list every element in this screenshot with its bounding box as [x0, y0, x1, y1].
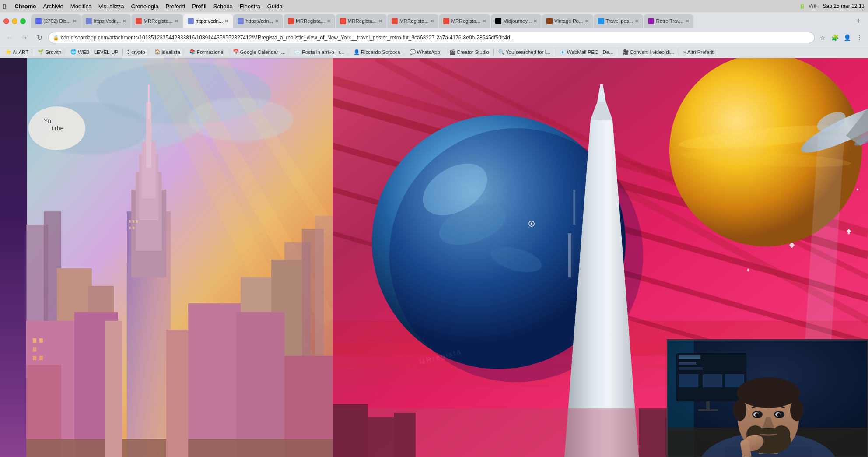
tab-close-mrregista3[interactable]: ✕	[175, 18, 178, 24]
menu-archivio[interactable]: Archivio	[43, 3, 63, 10]
menu-modifica[interactable]: Modifica	[70, 3, 91, 10]
menu-finestra[interactable]: Finestra	[240, 3, 260, 10]
bookmark-whatsapp[interactable]: 💬 WhatsApp	[407, 48, 443, 56]
tab-close-mrregista6[interactable]: ✕	[327, 18, 331, 24]
bookmark-ai-art-label: AI ART	[13, 49, 28, 55]
svg-rect-95	[639, 408, 669, 457]
minimize-window-button[interactable]	[12, 18, 18, 24]
tab-midjourney[interactable]: Midjourney... ✕	[491, 14, 542, 28]
bookmark-altri[interactable]: » Altri Preferiti	[681, 49, 718, 56]
tab-close-retro[interactable]: ✕	[685, 18, 689, 24]
apple-menu[interactable]: 	[4, 3, 6, 10]
bookmark-creator-studio[interactable]: 🎬 Creator Studio	[447, 48, 492, 56]
extension-puzzle-button[interactable]: 🧩	[830, 32, 840, 43]
bookmark-altri-label: » Altri Preferiti	[683, 49, 715, 55]
forward-button[interactable]: →	[18, 32, 31, 44]
tab-cdn4-active[interactable]: https://cdn... ✕	[183, 14, 233, 28]
profile-button[interactable]: 👤	[842, 32, 852, 43]
menu-scheda[interactable]: Scheda	[214, 3, 233, 10]
tab-mrregista6[interactable]: MRRegista... ✕	[284, 14, 335, 28]
macos-menu-bar:  Chrome Archivio Modifica Visualizza Cr…	[0, 0, 868, 12]
tab-vintage[interactable]: Vintage Po... ✕	[542, 14, 593, 28]
bookmark-posta[interactable]: ✉️ Posta in arrivo - r...	[292, 48, 347, 56]
bookmark-separator-9	[405, 49, 405, 56]
back-button[interactable]: ←	[4, 32, 16, 44]
bookmark-riccardo[interactable]: 👤 Riccardo Scrocca	[351, 48, 403, 56]
bookmark-creator-label: Creator Studio	[457, 49, 489, 55]
menu-preferiti[interactable]: Preferiti	[165, 3, 185, 10]
close-window-button[interactable]	[4, 18, 9, 24]
menu-visualizza[interactable]: Visualizza	[98, 3, 124, 10]
bookmark-separator-13	[618, 49, 618, 56]
tab-cdn5[interactable]: https://cdn... ✕	[233, 14, 283, 28]
bookmark-web-levelup[interactable]: 🌐 WEB - LEVEL-UP	[68, 48, 121, 56]
tab-cdn2[interactable]: https://cdn... ✕	[81, 14, 131, 28]
svg-rect-24	[148, 84, 150, 120]
tab-close-cdn2[interactable]: ✕	[122, 18, 126, 24]
bookmark-searched[interactable]: 🔍 You searched for l...	[496, 48, 553, 56]
svg-point-77	[531, 223, 532, 225]
bookmark-separator-10	[444, 49, 445, 56]
tab-favicon-mrregista8	[392, 18, 398, 24]
bookmark-separator-5	[185, 49, 185, 56]
menu-cronologia[interactable]: Cronologia	[131, 3, 159, 10]
tab-close-mrregista7[interactable]: ✕	[378, 18, 382, 24]
svg-rect-32	[188, 303, 241, 457]
tab-favicon-cdn2	[86, 18, 92, 24]
svg-text:tirbe: tirbe	[52, 125, 63, 132]
tab-discord[interactable]: (2762) Dis... ✕	[31, 14, 81, 28]
bookmark-formazione[interactable]: 📚 Formazione	[187, 48, 226, 56]
app-name[interactable]: Chrome	[14, 3, 36, 10]
bookmark-ai-art[interactable]: ⭐ AI ART	[3, 48, 31, 56]
svg-rect-85	[573, 190, 575, 225]
wifi-icon: WiFi	[809, 3, 819, 9]
menu-dots-button[interactable]: ⋮	[854, 32, 864, 43]
tab-mrregista3[interactable]: MRRegista... ✕	[131, 14, 182, 28]
tab-label-midjourney: Midjourney...	[503, 18, 532, 24]
bookmark-star-button[interactable]: ☆	[817, 32, 828, 43]
bookmark-separator-3	[122, 49, 123, 56]
menu-guida[interactable]: Guida	[267, 3, 283, 10]
maximize-window-button[interactable]	[20, 18, 26, 24]
refresh-button[interactable]: ↻	[33, 32, 46, 44]
tab-close-vintage[interactable]: ✕	[585, 18, 589, 24]
svg-rect-37	[33, 338, 36, 343]
tab-close-cdn5[interactable]: ✕	[275, 18, 279, 24]
address-bar[interactable]: 🔒 cdn.discordapp.com/attachments/1013512…	[48, 32, 815, 43]
bookmark-webmail[interactable]: 📧 WebMail PEC - De...	[557, 48, 616, 56]
url-text: cdn.discordapp.com/attachments/101351233…	[61, 35, 810, 41]
svg-text:Yn: Yn	[44, 117, 51, 124]
clock: Sab 25 mar 12:13	[823, 3, 864, 9]
tab-close-midjourney[interactable]: ✕	[533, 18, 537, 24]
tab-close-mrregista8[interactable]: ✕	[430, 18, 434, 24]
tab-mrregista8[interactable]: MRRegista... ✕	[387, 14, 438, 28]
tab-mrregista9[interactable]: MRRegista... ✕	[439, 14, 490, 28]
bookmark-growth[interactable]: 🌱 Growth	[35, 48, 64, 56]
bookmark-converti[interactable]: 🎥 Converti i video di...	[620, 48, 677, 56]
svg-rect-84	[568, 233, 571, 277]
bookmark-idealista[interactable]: 🏠 idealista	[152, 48, 183, 56]
right-image-panel: cdn.com MRregista	[332, 58, 868, 457]
bookmark-riccardo-icon: 👤	[354, 49, 360, 55]
tab-mrregista7[interactable]: MRRegista... ✕	[336, 14, 387, 28]
new-tab-button[interactable]: +	[852, 15, 864, 27]
svg-rect-38	[39, 338, 43, 343]
bookmark-idealista-icon: 🏠	[154, 49, 161, 55]
svg-rect-13	[315, 216, 332, 356]
tab-close-discord[interactable]: ✕	[73, 18, 77, 24]
tab-label-travel: Travel pos...	[606, 18, 634, 24]
bookmark-google-calendar[interactable]: 📅 Google Calendar -...	[230, 48, 288, 56]
menu-bar-left:  Chrome Archivio Modifica Visualizza Cr…	[4, 3, 799, 10]
lock-icon: 🔒	[53, 35, 59, 41]
tab-close-cdn4[interactable]: ✕	[224, 18, 228, 24]
bookmark-crypto[interactable]: ₿ crypto	[125, 49, 147, 56]
bookmark-separator-2	[66, 49, 66, 56]
menu-profili[interactable]: Profili	[192, 3, 206, 10]
tab-close-travel[interactable]: ✕	[635, 18, 639, 24]
tab-retro[interactable]: Retro Trav... ✕	[644, 14, 693, 28]
tab-close-mrregista9[interactable]: ✕	[482, 18, 486, 24]
tab-bar: (2762) Dis... ✕ https://cdn... ✕ MRRegis…	[0, 12, 868, 30]
traffic-lights	[4, 18, 26, 24]
left-image-panel: Yn tirbe	[0, 58, 332, 457]
tab-travel[interactable]: Travel pos... ✕	[594, 14, 644, 28]
